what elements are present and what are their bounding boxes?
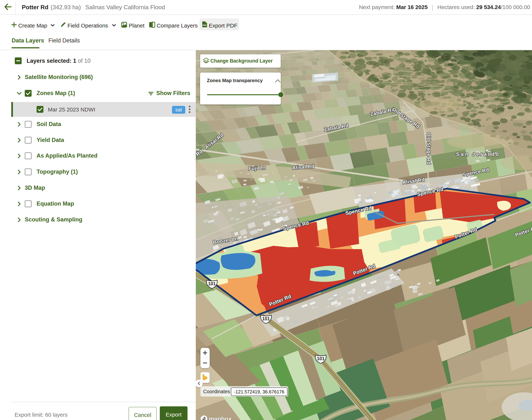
svg-text:101: 101 (208, 281, 216, 286)
svg-text:101: 101 (262, 316, 270, 321)
svg-text:PDF: PDF (203, 24, 207, 26)
svg-text:Fuji Ln: Fuji Ln (248, 165, 266, 171)
svg-text:Old Stage Rd: Old Stage Rd (426, 132, 432, 165)
svg-text:101: 101 (317, 356, 324, 361)
svg-text:San Jerardo: San Jerardo (456, 151, 500, 157)
